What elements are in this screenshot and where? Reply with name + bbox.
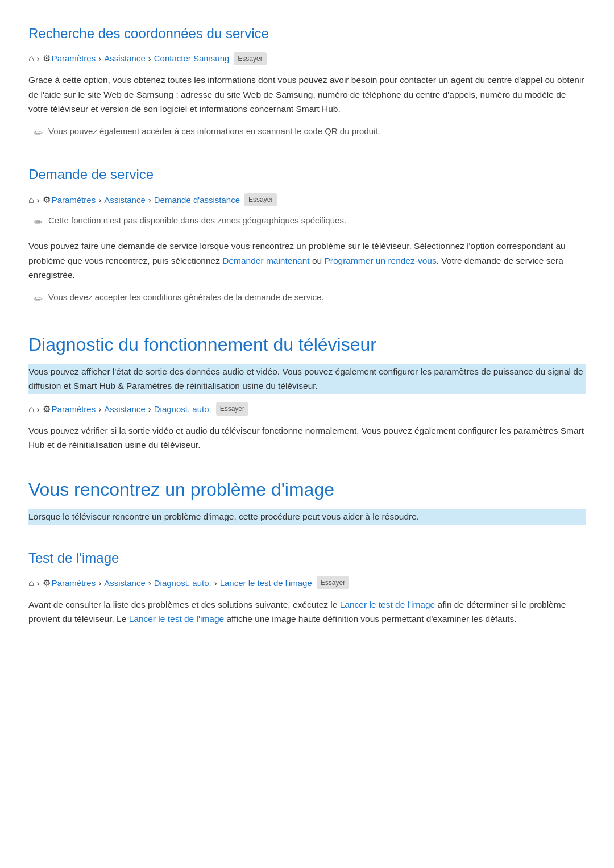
- breadcrumb-test-image: ⌂ › ⚙ Paramètres › Assistance › Diagnost…: [28, 576, 586, 591]
- breadcrumb-contacter-samsung[interactable]: Contacter Samsung: [154, 52, 230, 65]
- section-title-demande: Demande de service: [28, 164, 586, 185]
- note-text-recherche: Vous pouvez également accéder à ces info…: [48, 124, 380, 138]
- section-title-probleme: Vous rencontrez un problème d'image: [28, 475, 586, 504]
- essayer-badge-2[interactable]: Essayer: [244, 193, 277, 206]
- breadcrumb-demande-assistance[interactable]: Demande d'assistance: [154, 193, 240, 207]
- section-demande: Demande de service ⌂ › ⚙ Paramètres › As…: [28, 164, 586, 307]
- body-text-probleme-highlight: Lorsque le téléviseur rencontre un probl…: [28, 509, 586, 525]
- home-icon-3: ⌂: [28, 402, 34, 417]
- note-demande-2: ✏ Vous devez accepter les conditions gén…: [28, 290, 586, 308]
- breadcrumb-parametres-3[interactable]: Paramètres: [52, 402, 96, 416]
- essayer-badge-4[interactable]: Essayer: [317, 576, 349, 589]
- section-title-recherche: Recherche des coordonnées du service: [28, 23, 586, 44]
- breadcrumb-demande: ⌂ › ⚙ Paramètres › Assistance › Demande …: [28, 193, 586, 207]
- gear-icon-4: ⚙: [43, 576, 51, 591]
- section-test-image: Test de l'image ⌂ › ⚙ Paramètres › Assis…: [28, 547, 586, 626]
- body-text-test-image: Avant de consulter la liste des problème…: [28, 597, 586, 626]
- breadcrumb-parametres-1[interactable]: Paramètres: [52, 52, 96, 65]
- link-programmer[interactable]: Programmer un rendez-vous: [324, 256, 436, 265]
- breadcrumb-diagnostic: ⌂ › ⚙ Paramètres › Assistance › Diagnost…: [28, 402, 586, 417]
- breadcrumb-lancer-test[interactable]: Lancer le test de l'image: [220, 576, 312, 590]
- gear-icon: ⚙: [43, 51, 51, 66]
- link-lancer-test-1[interactable]: Lancer le test de l'image: [340, 600, 435, 609]
- home-icon: ⌂: [28, 51, 34, 66]
- note-recherche: ✏ Vous pouvez également accéder à ces in…: [28, 124, 586, 142]
- body-text-demande: Vous pouvez faire une demande de service…: [28, 239, 586, 283]
- breadcrumb-assistance-3[interactable]: Assistance: [104, 402, 146, 416]
- gear-icon-3: ⚙: [43, 402, 51, 417]
- section-title-test-image: Test de l'image: [28, 547, 586, 569]
- pencil-icon-1: ✏: [34, 125, 43, 142]
- section-probleme-image: Vous rencontrez un problème d'image Lors…: [28, 475, 586, 525]
- note-text-demande: Cette fonction n'est pas disponible dans…: [48, 214, 346, 227]
- breadcrumb-diagnost-auto-2[interactable]: Diagnost. auto.: [154, 576, 211, 590]
- breadcrumb-parametres-4[interactable]: Paramètres: [52, 576, 96, 590]
- link-lancer-test-2[interactable]: Lancer le test de l'image: [129, 614, 225, 624]
- pencil-icon-3: ✏: [34, 291, 43, 308]
- pencil-icon-2: ✏: [34, 214, 43, 231]
- body-text-diagnostic-highlight: Vous pouvez afficher l'état de sortie de…: [28, 364, 586, 394]
- section-diagnostic: Diagnostic du fonctionnement du télévise…: [28, 330, 586, 452]
- section-recherche: Recherche des coordonnées du service ⌂ ›…: [28, 23, 586, 141]
- breadcrumb-assistance-1[interactable]: Assistance: [104, 52, 146, 65]
- essayer-badge-3[interactable]: Essayer: [216, 402, 248, 416]
- home-icon-4: ⌂: [28, 576, 34, 591]
- essayer-badge-1[interactable]: Essayer: [234, 52, 266, 65]
- breadcrumb-assistance-2[interactable]: Assistance: [104, 193, 146, 207]
- body-text-recherche: Grace à cette option, vous obtenez toute…: [28, 73, 586, 117]
- body-text-diagnostic: Vous pouvez vérifier si la sortie vidéo …: [28, 423, 586, 452]
- home-icon-2: ⌂: [28, 193, 34, 207]
- breadcrumb-assistance-4[interactable]: Assistance: [104, 576, 146, 590]
- section-title-diagnostic: Diagnostic du fonctionnement du télévise…: [28, 330, 586, 359]
- link-demander-maintenant[interactable]: Demander maintenant: [222, 256, 309, 265]
- breadcrumb-parametres-2[interactable]: Paramètres: [52, 193, 96, 207]
- note-demande: ✏ Cette fonction n'est pas disponible da…: [28, 214, 586, 231]
- note-text-demande-2: Vous devez accepter les conditions génér…: [48, 290, 323, 304]
- gear-icon-2: ⚙: [43, 193, 51, 207]
- breadcrumb-recherche: ⌂ › ⚙ Paramètres › Assistance › Contacte…: [28, 51, 586, 66]
- breadcrumb-diagnost-auto[interactable]: Diagnost. auto.: [154, 402, 211, 416]
